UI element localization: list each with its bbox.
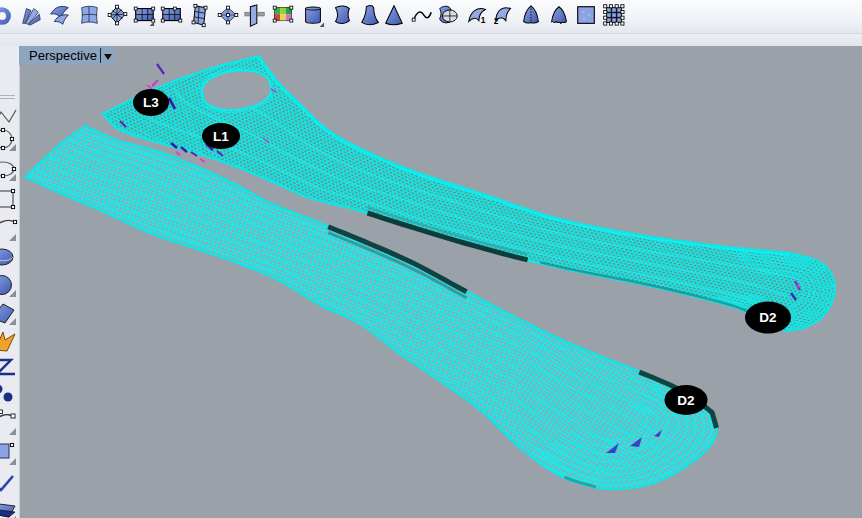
svg-text:L3: L3 (143, 95, 159, 110)
svg-text:D2: D2 (677, 393, 694, 408)
svg-text:D2: D2 (759, 310, 776, 325)
svg-text:2: 2 (494, 16, 499, 26)
svg-text:L1: L1 (213, 129, 229, 144)
svg-text:1: 1 (481, 15, 486, 25)
